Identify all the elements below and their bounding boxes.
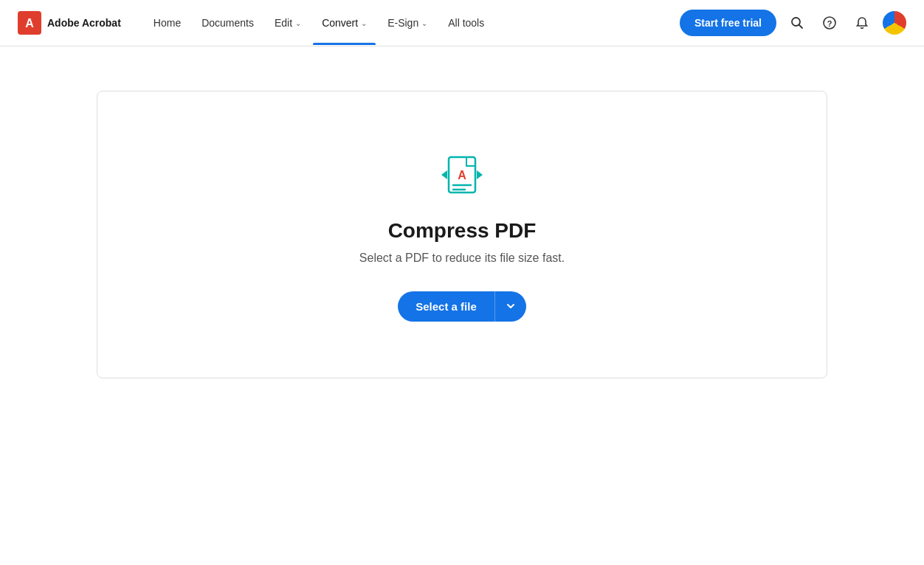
notifications-button[interactable] — [850, 11, 874, 35]
esign-chevron-icon: ⌄ — [421, 19, 427, 27]
chevron-down-icon — [506, 301, 516, 311]
help-button[interactable]: ? — [818, 11, 841, 35]
svg-text:A: A — [25, 17, 34, 30]
compress-pdf-card: A Compress PDF Select a PDF to reduce it… — [97, 91, 827, 378]
search-button[interactable] — [785, 11, 809, 35]
nav-convert[interactable]: Convert ⌄ — [313, 11, 376, 35]
svg-text:A: A — [458, 169, 466, 181]
header-actions: Start free trial ? — [680, 10, 906, 36]
nav-all-tools[interactable]: All tools — [439, 11, 493, 35]
card-title: Compress PDF — [388, 219, 537, 243]
select-file-group: Select a file — [398, 291, 526, 322]
svg-line-3 — [799, 25, 803, 29]
compress-pdf-icon: A — [435, 148, 489, 201]
edit-chevron-icon: ⌄ — [295, 19, 301, 27]
search-icon — [790, 16, 804, 30]
bell-icon — [855, 16, 869, 30]
svg-text:?: ? — [827, 19, 832, 28]
nav-edit[interactable]: Edit ⌄ — [266, 11, 310, 35]
main-content: A Compress PDF Select a PDF to reduce it… — [0, 46, 924, 565]
start-free-trial-button[interactable]: Start free trial — [680, 10, 776, 36]
help-icon: ? — [823, 16, 836, 30]
avatar[interactable] — [883, 11, 906, 35]
nav-home[interactable]: Home — [145, 11, 190, 35]
select-file-dropdown-button[interactable] — [495, 291, 526, 322]
logo-text: Adobe Acrobat — [47, 17, 121, 29]
nav-documents[interactable]: Documents — [193, 11, 263, 35]
adobe-acrobat-logo: A — [18, 11, 41, 35]
header: A Adobe Acrobat Home Documents Edit ⌄ Co… — [0, 0, 924, 46]
select-file-button[interactable]: Select a file — [398, 291, 495, 322]
convert-chevron-icon: ⌄ — [361, 19, 367, 27]
nav-esign[interactable]: E-Sign ⌄ — [379, 11, 436, 35]
main-nav: Home Documents Edit ⌄ Convert ⌄ E-Sign ⌄… — [145, 11, 680, 35]
logo-area[interactable]: A Adobe Acrobat — [18, 11, 121, 35]
card-subtitle: Select a PDF to reduce its file size fas… — [359, 252, 565, 265]
